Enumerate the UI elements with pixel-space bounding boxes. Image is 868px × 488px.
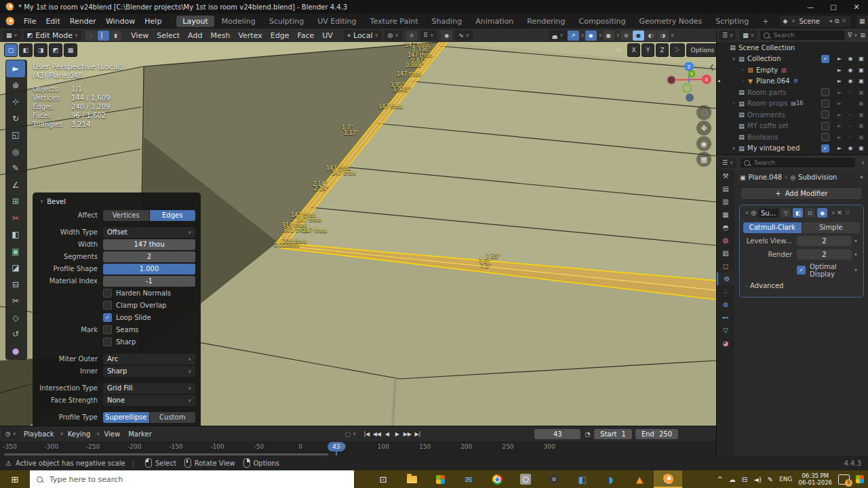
render-visibility-icon[interactable]: ▣ — [856, 56, 867, 62]
loop-slide-checkbox[interactable]: ✓ — [103, 313, 112, 322]
delete-modifier-icon[interactable]: ✕ — [837, 209, 842, 216]
tool-loop-cut[interactable]: ⊟ — [6, 277, 25, 293]
workspace-tab-rendering[interactable]: Rendering — [521, 16, 571, 27]
outliner-row-collection[interactable]: ∨▤Collection✓►◉▣ — [717, 54, 868, 65]
timeline-menu-marker[interactable]: Marker — [124, 430, 156, 438]
tool-spin[interactable]: ↺ — [6, 326, 25, 343]
navigation-gizmo[interactable]: Z X Y — [665, 62, 712, 110]
app-search-app[interactable] — [511, 470, 540, 488]
properties-tab-view-layer[interactable]: ▦ — [717, 208, 734, 221]
expand-icon[interactable]: › — [730, 101, 737, 106]
shading-rendered-button[interactable]: ◑ — [657, 30, 669, 41]
select-mode-new-button[interactable]: ▢ — [4, 43, 18, 57]
profile-shape-slider[interactable]: 1.000 — [103, 264, 195, 274]
workspace-tab-uv-editing[interactable]: UV Editing — [311, 16, 362, 27]
properties-tab-scene[interactable]: ◓ — [717, 221, 734, 234]
selectability-icon[interactable]: ► — [834, 123, 845, 129]
close-button[interactable]: ✕ — [845, 0, 868, 14]
vertex-select-mode-button[interactable]: ◦ — [85, 30, 97, 41]
play-button[interactable]: ▶ — [392, 431, 402, 437]
viewport-menu-edge[interactable]: Edge — [267, 31, 294, 40]
end-frame-field[interactable]: End250 — [635, 429, 678, 439]
mirror-y-button[interactable]: Y — [642, 43, 654, 57]
jump-to-start-button[interactable]: |◀ — [361, 431, 372, 437]
render-visibility-icon[interactable]: ▣ — [856, 123, 867, 129]
show-on-cage-toggle[interactable]: ▽ — [781, 208, 791, 218]
timeline-editor-type-button[interactable]: ◷∨ — [2, 428, 20, 439]
expand-icon[interactable]: › — [739, 67, 746, 73]
breadcrumb-object[interactable]: Plane.048 — [749, 174, 783, 181]
app-mail[interactable]: ✉ — [454, 470, 483, 488]
play-reverse-button[interactable]: ◀ — [382, 431, 392, 437]
width-type-dropdown[interactable]: Offset∨ — [103, 227, 195, 238]
animate-dot[interactable]: • — [852, 251, 860, 258]
outliner-search[interactable] — [760, 30, 845, 40]
visibility-icon[interactable]: ◉ — [845, 56, 856, 62]
app-vlc[interactable]: ▲ — [625, 470, 654, 488]
select-mode-extend-button[interactable]: ◧ — [19, 43, 33, 57]
breadcrumb-modifier[interactable]: Subdivision — [798, 174, 837, 181]
tool-transform[interactable]: ◎ — [6, 144, 25, 161]
show-in-editmode-toggle[interactable]: ◧ — [793, 208, 803, 218]
outliner-row-room-props[interactable]: ›▤Room props▤16►⌣▣ — [717, 98, 868, 110]
start-button[interactable]: ⊞ — [0, 470, 30, 488]
affect-vertices-button[interactable]: Vertices — [103, 210, 149, 221]
workspace-tab-sculpting[interactable]: Sculpting — [263, 16, 310, 27]
mirror-x-button[interactable]: X — [627, 43, 640, 57]
app-chrome[interactable] — [483, 470, 511, 488]
tool-poly-build[interactable]: ◇ — [6, 310, 25, 327]
workspace-tab-compositing[interactable]: Compositing — [573, 16, 632, 27]
mirror-z-button[interactable]: Z — [656, 43, 669, 57]
properties-display-dropdown[interactable]: ☰∨ — [719, 157, 736, 168]
selectability-icon[interactable]: ► — [834, 134, 845, 140]
selectability-icon[interactable]: ► — [834, 67, 845, 73]
tool-add-cube[interactable]: ⊞ — [6, 193, 25, 210]
simple-button[interactable]: Simple — [802, 222, 861, 233]
menu-help[interactable]: Help — [140, 17, 166, 26]
outliner-search-input[interactable] — [772, 31, 842, 39]
gizmo-toggle[interactable]: ↗ — [568, 30, 579, 41]
network-icon[interactable]: ⊟ — [742, 476, 747, 483]
pan-button[interactable]: ✥ — [696, 121, 711, 136]
widgets-icon[interactable] — [856, 475, 864, 483]
prev-keyframe-button[interactable]: ◀◀ — [372, 431, 382, 437]
advanced-section-label[interactable]: Advanced — [750, 282, 783, 289]
tool-annotate[interactable]: ✎ — [6, 160, 25, 177]
expand-icon[interactable]: › — [743, 283, 750, 289]
app-microsoft-store[interactable] — [426, 470, 454, 488]
shading-material-button[interactable]: ◐ — [645, 30, 656, 41]
xray-toggle[interactable]: ▣ — [603, 30, 614, 41]
copy-icon[interactable]: ⧉ — [835, 18, 839, 25]
add-workspace-button[interactable]: + — [756, 16, 774, 27]
notification-center-icon[interactable]: 9 — [838, 474, 850, 485]
modifier-name-field[interactable]: Su... — [758, 209, 778, 218]
optimal-display-checkbox[interactable]: ✓ — [797, 266, 806, 274]
3d-viewport[interactable]: ▢ ◧ ◨ ◩ ▩ ⋈ X Y Z ⠕ Options∨ ►⊕⊹↻◱◎✎∠⊞✂◧… — [0, 42, 716, 426]
outliner-filter-id-dropdown[interactable]: ▦∨ — [739, 30, 757, 41]
mark-sharp-checkbox[interactable] — [103, 338, 112, 346]
miter-outer-dropdown[interactable]: Arc∨ — [103, 354, 195, 365]
properties-tab-particles[interactable]: ∴ — [717, 285, 734, 298]
sidebar-collapse-icon[interactable]: ❮ — [709, 64, 715, 70]
tool-scale[interactable]: ◱ — [6, 127, 25, 144]
outliner-row-ornaments[interactable]: ▤Ornaments►⌣▣ — [717, 109, 868, 121]
face-select-mode-button[interactable]: ▮ — [110, 30, 121, 41]
proportional-falloff-dropdown[interactable]: ∿∨ — [455, 30, 473, 41]
mark-seams-checkbox[interactable] — [103, 325, 112, 334]
onedrive-icon[interactable]: ☁ — [729, 476, 736, 483]
language-indicator[interactable]: ENG — [779, 476, 792, 483]
viewport-menu-uv[interactable]: UV — [318, 31, 337, 40]
show-in-viewport-toggle[interactable]: ⊡ — [805, 208, 815, 218]
workspace-tab-scripting[interactable]: Scripting — [709, 16, 755, 27]
properties-tab-physics[interactable]: ⊚ — [717, 298, 734, 311]
editor-type-button[interactable]: ▦∨ — [3, 30, 21, 41]
properties-tab-constraints[interactable]: ⊷ — [717, 311, 734, 324]
expand-icon[interactable]: › — [739, 79, 746, 84]
edge-select-mode-button[interactable]: ▏ — [98, 30, 109, 41]
show-in-render-toggle[interactable]: ◉ — [817, 208, 827, 218]
snap-base-icon[interactable]: ⠕ — [670, 43, 685, 57]
face-strength-dropdown[interactable]: None∨ — [103, 395, 195, 406]
properties-tab-object[interactable]: ◻ — [717, 260, 734, 272]
workspace-tab-layout[interactable]: Layout — [176, 16, 214, 27]
new-collection-button[interactable]: ⊞ — [860, 32, 865, 39]
